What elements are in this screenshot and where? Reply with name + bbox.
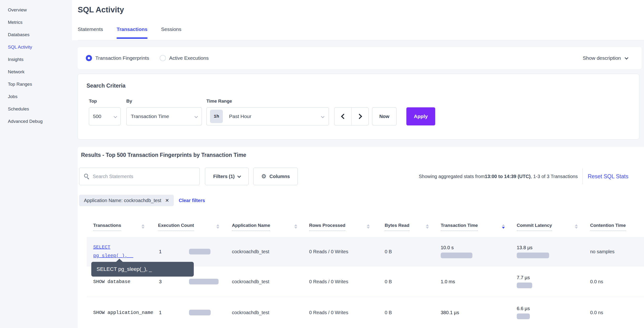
column-label: Contention Time [590,223,626,231]
previous-time-button[interactable] [334,108,351,125]
rows-processed-cell: 0 Reads / 0 Writes [309,310,385,315]
by-label: By [126,99,132,104]
search-icon [84,174,88,177]
sidebar-item-metrics[interactable]: Metrics [0,16,72,28]
contention-time-cell: no samples [590,249,644,254]
contention-time-cell: 0.0 ns [590,310,644,315]
column-header-contention-time[interactable]: Contention Time [590,219,644,237]
radio-label: Active Executions [169,55,209,61]
tab-sessions[interactable]: Sessions [161,26,182,39]
sort-icon[interactable] [426,224,429,229]
commit-latency-bar [517,314,530,319]
sort-icon[interactable] [367,224,370,229]
results-heading: Results - Top 500 Transaction Fingerprin… [81,152,246,158]
commit-latency-value: 7.7 µs [517,275,590,280]
top-select[interactable]: 500 [89,107,120,126]
rows-processed-cell: 0 Reads / 0 Writes [309,249,385,254]
column-label: Bytes Read [385,223,410,231]
tab-statements[interactable]: Statements [78,26,103,39]
transaction-text-line2: pg_sleep(_), _ [93,252,133,260]
sidebar-item-databases[interactable]: Databases [0,28,72,41]
next-time-button[interactable] [351,108,368,125]
show-description-label: Show description [583,55,621,61]
column-header-rows-processed[interactable]: Rows Processed [309,219,385,237]
column-label: Rows Processed [309,223,345,231]
radio-unselected-icon[interactable] [160,55,166,61]
chevron-down-icon [321,115,324,118]
clear-filters-link[interactable]: Clear filters [179,195,205,206]
column-header-transaction-time[interactable]: Transaction Time [441,219,517,237]
rows-processed-cell: 0 Reads / 0 Writes [309,279,385,284]
transaction-time-cell: 1.0 ms [441,279,517,284]
radio-active-executions[interactable]: Active Executions [160,55,209,61]
sort-icon[interactable] [142,224,144,229]
sort-icon[interactable] [294,224,297,229]
search-criteria-title: Search Criteria [86,83,126,89]
sort-icon-active[interactable] [502,224,505,229]
table-row[interactable]: SHOW application_name 1 cockroachdb_test… [87,297,644,328]
stats-time-range: 13:00 to 14:39 (UTC) [485,174,530,179]
chevron-down-icon [237,174,241,178]
column-header-transactions[interactable]: Transactions [93,219,158,237]
execution-count-value: 3 [159,279,162,284]
view-toggle-group: Transaction Fingerprints Active Executio… [86,55,208,61]
page-header: SQL Activity Statements Transactions Ses… [72,0,644,40]
execution-count-bar [189,249,210,254]
transaction-fingerprint-link[interactable]: SHOW application_name [93,310,153,315]
search-input[interactable] [79,168,200,185]
column-header-application-name[interactable]: Application Name [232,219,309,237]
columns-button[interactable]: ⚙ Columns [253,167,298,185]
time-range-value: Past Hour [229,114,251,119]
transaction-text-line1: SELECT [93,243,133,252]
by-select-value: Transaction Time [131,114,169,119]
tab-bar: Statements Transactions Sessions [78,26,182,39]
sidebar-item-insights[interactable]: Insights [0,53,72,66]
search-criteria-card: Search Criteria Top By Time Range 500 Tr… [78,74,639,140]
sidebar-item-jobs[interactable]: Jobs [0,90,72,103]
close-icon[interactable]: ✕ [165,197,169,203]
column-header-bytes-read[interactable]: Bytes Read [385,219,441,237]
column-label: Application Name [232,223,270,231]
column-header-execution-count[interactable]: Execution Count [158,219,232,237]
sidebar-item-top-ranges[interactable]: Top Ranges [0,78,72,90]
transaction-time-cell: 10.0 s [441,245,517,258]
transaction-fingerprint-link[interactable]: SHOW database [93,279,130,284]
sidebar-item-network[interactable]: Network [0,66,72,78]
apply-button[interactable]: Apply [406,107,435,126]
reset-sql-stats-link[interactable]: Reset SQL Stats [588,167,628,185]
transaction-time-value: 380.1 µs [441,310,517,315]
stats-summary: Showing aggregated stats from 13:00 to 1… [419,167,578,185]
column-header-commit-latency[interactable]: Commit Latency [517,219,590,237]
chevron-down-icon [625,56,628,59]
filters-button[interactable]: Filters (1) [205,167,248,185]
time-pager [334,107,369,126]
chevron-right-icon [356,114,362,119]
statement-tooltip-text: SELECT pg_sleep(_), _ [96,266,152,272]
transaction-time-bar [441,253,472,258]
show-description-toggle[interactable]: Show description [583,55,628,61]
execution-count-bar [189,310,211,315]
sidebar-item-schedules[interactable]: Schedules [0,103,72,115]
now-button[interactable]: Now [372,107,396,126]
bytes-read-cell: 0 B [385,310,441,315]
sidebar-item-advanced-debug[interactable]: Advanced Debug [0,115,72,128]
vertical-divider [582,168,583,184]
tab-transactions[interactable]: Transactions [116,26,148,39]
radio-transaction-fingerprints[interactable]: Transaction Fingerprints [86,55,149,61]
sidebar-item-sql-activity[interactable]: SQL Activity [0,41,72,53]
sidebar: Overview Metrics Databases SQL Activity … [0,0,72,328]
filter-chip: Application Name: cockroachdb_test ✕ [79,195,174,206]
column-label: Commit Latency [517,223,552,231]
gear-icon: ⚙ [261,173,266,179]
sort-icon[interactable] [216,224,219,229]
application-name-cell: cockroachdb_test [232,249,309,254]
transaction-fingerprint-link[interactable]: SELECT pg_sleep(_), _ [93,243,133,260]
chevron-down-icon [114,115,117,118]
column-label: Execution Count [158,223,194,231]
sort-icon[interactable] [575,224,578,229]
radio-selected-icon[interactable] [86,55,92,61]
time-range-select[interactable]: 1h Past Hour [206,107,329,126]
execution-count-value: 1 [159,310,162,315]
sidebar-item-overview[interactable]: Overview [0,4,72,16]
by-select[interactable]: Transaction Time [126,107,202,126]
